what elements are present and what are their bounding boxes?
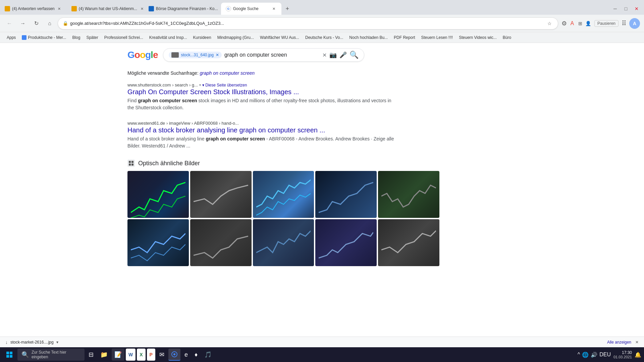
start-button[interactable]: [3, 349, 16, 361]
taskbar-chrome[interactable]: [168, 349, 180, 361]
bookmark-apps[interactable]: Apps: [4, 34, 18, 41]
result-2-title[interactable]: Hand of a stock broker analysing line gr…: [127, 126, 396, 134]
result-1-desc: Find graph on computer screen stock imag…: [127, 97, 396, 111]
similar-image-4[interactable]: [315, 171, 377, 218]
bookmark-deutsche[interactable]: Deutsche Kurs - Vo...: [303, 34, 346, 41]
bookmark-produktsuche[interactable]: Produktsuche - Mer...: [19, 34, 69, 41]
similar-image-5[interactable]: [378, 171, 439, 218]
result-1-title[interactable]: Graph On Computer Screen Stock Illustrat…: [127, 88, 396, 96]
bookmark-kursideen-label: Kursideen: [193, 35, 211, 40]
bookmark-mindmapping[interactable]: Mindmapping (Gru...: [215, 34, 257, 41]
similar-image-9[interactable]: [315, 219, 377, 266]
taskbar-notepad[interactable]: 📝: [112, 349, 124, 361]
similar-image-9-inner: [315, 219, 377, 266]
download-more-icon[interactable]: ▾: [56, 340, 58, 345]
bookmark-buro[interactable]: Büro: [500, 34, 514, 41]
tray-layout-label: DEU: [599, 352, 611, 358]
forward-button[interactable]: →: [17, 18, 28, 29]
search-button[interactable]: 🔍: [350, 51, 359, 59]
similar-image-1[interactable]: [127, 171, 189, 218]
tab-4-favicon: G: [226, 6, 231, 11]
show-all-button[interactable]: Alle anzeigen: [607, 340, 631, 345]
window-controls: ─ □ ✕: [610, 3, 644, 15]
reload-button[interactable]: ↻: [31, 18, 42, 29]
svg-rect-6: [6, 355, 9, 358]
taskbar-file-explorer[interactable]: 📁: [98, 349, 110, 361]
bookmark-später[interactable]: Später: [84, 34, 101, 41]
similar-image-2[interactable]: [190, 171, 252, 218]
taskbar-clock[interactable]: 17:30 01.03.2021: [613, 350, 632, 359]
bookmark-steuern-videos[interactable]: Steuern Videos wic...: [456, 34, 499, 41]
tray-up-icon[interactable]: ^: [578, 352, 580, 358]
tab-2-close[interactable]: ✕: [139, 6, 144, 11]
bookmark-wahlfacher[interactable]: Wahlfächer WU Aus...: [257, 34, 302, 41]
camera-icon[interactable]: 📷: [329, 51, 337, 59]
tray-network-icon[interactable]: 🌐: [582, 352, 589, 358]
similar-image-6[interactable]: [127, 219, 189, 266]
taskbar-word[interactable]: W: [126, 349, 136, 361]
url-bar[interactable]: 🔒 google.at/search?tbs=sbi:AMhZZitc1hGvF…: [58, 17, 558, 29]
taskbar-other[interactable]: ♦: [192, 349, 200, 361]
search-result-2: www.westend61.de › imageView › ABRF00068…: [127, 121, 396, 149]
taskbar-excel[interactable]: X: [137, 349, 145, 361]
taskbar-spotify[interactable]: 🎵: [202, 349, 214, 361]
maximize-button[interactable]: □: [621, 4, 631, 13]
taskbar-powerpoint[interactable]: P: [147, 349, 155, 361]
ext-user-icon[interactable]: 👤: [585, 20, 592, 27]
back-button[interactable]: ←: [4, 18, 15, 29]
tray-volume-icon[interactable]: 🔊: [591, 352, 597, 358]
bookmark-steuern-lesen[interactable]: Steuern Lesen !!!!: [418, 34, 455, 41]
bookmark-blog[interactable]: Blog: [69, 34, 83, 41]
tab-4[interactable]: G Google Suche ✕: [221, 3, 281, 15]
download-filename[interactable]: stock-market-2616....jpg: [10, 340, 54, 345]
tab-1[interactable]: (4) Antworten verfassen ✕: [0, 3, 67, 15]
search-image-close[interactable]: ✕: [216, 53, 219, 57]
notification-button[interactable]: 🔔: [635, 352, 641, 358]
taskbar-right: ^ 🌐 🔊 DEU 17:30 01.03.2021 🔔: [578, 350, 641, 359]
toolbar-right: Pausieren ⠿ A: [594, 18, 640, 29]
apps-menu-icon[interactable]: ⠿: [621, 20, 627, 27]
close-button[interactable]: ✕: [632, 4, 641, 13]
profile-button[interactable]: A: [629, 18, 640, 29]
bookmark-professionell[interactable]: Professionell Schrei...: [102, 34, 146, 41]
similar-image-10[interactable]: [378, 219, 439, 266]
url-bar-icons: ☆: [546, 20, 553, 27]
bookmark-hochladen[interactable]: Noch hochladen Bu...: [346, 34, 390, 41]
ext-grid-icon[interactable]: ⊞: [577, 20, 584, 27]
page-content: Google stock...31_640.jpg ✕ graph on com…: [121, 43, 523, 273]
search-box[interactable]: stock...31_640.jpg ✕ graph on computer s…: [163, 48, 364, 62]
tab-3[interactable]: Börse Diagramme Finanzen - Ko... ✕: [144, 3, 221, 15]
ext-red-icon[interactable]: A: [569, 20, 576, 27]
svg-rect-2: [129, 164, 131, 166]
new-tab-button[interactable]: +: [281, 3, 293, 15]
microphone-icon[interactable]: 🎤: [339, 51, 347, 59]
taskbar-mail[interactable]: ✉: [157, 349, 167, 361]
similar-image-8[interactable]: [253, 219, 314, 266]
similar-image-3[interactable]: [253, 171, 314, 218]
minimize-button[interactable]: ─: [610, 4, 620, 13]
bookmark-star-icon[interactable]: ☆: [546, 20, 553, 27]
taskbar-edge[interactable]: e: [182, 349, 191, 361]
taskbar-task-view[interactable]: ⊟: [86, 349, 96, 361]
bookmark-kursideen[interactable]: Kursideen: [191, 34, 214, 41]
bookmark-kreativitat-label: Kreativität und Insp...: [149, 35, 187, 40]
status-bar-close[interactable]: ✕: [635, 340, 639, 345]
svg-rect-3: [131, 164, 133, 166]
pause-button[interactable]: Pausieren: [594, 20, 619, 27]
similar-images-section: Optisch ähnliche Bilder: [127, 160, 439, 266]
url-text: google.at/search?tbs=sbi:AMhZZitc1hGvFd-…: [70, 21, 544, 26]
home-button[interactable]: ⌂: [44, 18, 55, 29]
tab-4-close[interactable]: ✕: [271, 6, 277, 11]
result-1-dropdown[interactable]: ▾: [199, 83, 201, 87]
search-input[interactable]: graph on computer screen: [224, 52, 320, 58]
bookmark-kreativitat[interactable]: Kreativität und Insp...: [147, 34, 190, 41]
similar-image-7[interactable]: [190, 219, 252, 266]
bookmark-pdf[interactable]: PDF Report: [391, 34, 418, 41]
tab-2[interactable]: (4) Warum hat der US-Aktienm... ✕: [67, 3, 144, 15]
related-query-link[interactable]: graph on computer screen: [200, 70, 255, 76]
extensions-icon[interactable]: ⚙: [561, 20, 568, 27]
tab-1-close[interactable]: ✕: [57, 6, 62, 11]
taskbar-search[interactable]: 🔍 Zur Suche Text hier eingeben: [17, 349, 85, 361]
search-clear-icon[interactable]: ✕: [322, 52, 327, 58]
result-1-translate[interactable]: ▾ Diese Seite übersetzen: [202, 83, 247, 87]
